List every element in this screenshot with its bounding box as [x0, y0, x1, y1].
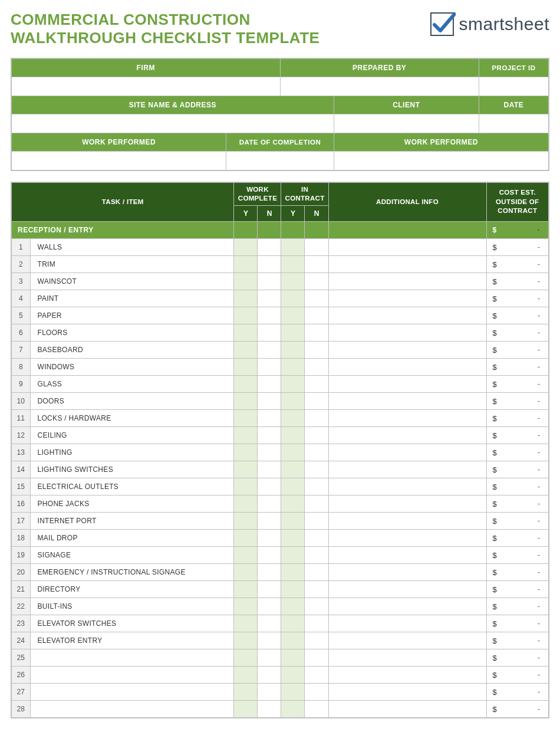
date-value[interactable] — [479, 114, 549, 133]
ic-n-cell[interactable] — [305, 255, 328, 273]
wc-y-cell[interactable] — [234, 512, 258, 529]
ic-y-cell[interactable] — [281, 461, 305, 478]
ic-y-cell[interactable] — [281, 512, 305, 529]
cost-cell[interactable]: $- — [486, 238, 549, 255]
cost-cell[interactable]: $- — [486, 512, 549, 529]
wc-y-cell[interactable] — [234, 546, 258, 563]
wc-y-cell[interactable] — [234, 580, 258, 598]
wc-y-cell[interactable] — [234, 598, 258, 615]
wc-n-cell[interactable] — [258, 273, 281, 290]
cost-cell[interactable]: $- — [486, 358, 549, 375]
ic-y-cell[interactable] — [281, 580, 305, 598]
cost-cell[interactable]: $- — [486, 273, 549, 290]
wc-n-cell[interactable] — [258, 307, 281, 324]
wc-n-cell[interactable] — [258, 238, 281, 255]
cost-cell[interactable]: $- — [486, 409, 549, 426]
wc-n-cell[interactable] — [258, 375, 281, 392]
wc-y-cell[interactable] — [234, 495, 258, 512]
ic-y-cell[interactable] — [281, 700, 305, 718]
additional-cell[interactable] — [328, 598, 486, 615]
ic-n-cell[interactable] — [305, 238, 328, 255]
cost-cell[interactable]: $- — [486, 546, 549, 563]
cost-cell[interactable]: $- — [486, 444, 549, 461]
ic-y-cell[interactable] — [281, 426, 305, 444]
wc-n-cell[interactable] — [258, 495, 281, 512]
wc-y-cell[interactable] — [234, 307, 258, 324]
wc-n-cell[interactable] — [258, 598, 281, 615]
ic-n-cell[interactable] — [305, 358, 328, 375]
ic-y-cell[interactable] — [281, 392, 305, 409]
additional-cell[interactable] — [328, 392, 486, 409]
wc-n-cell[interactable] — [258, 529, 281, 546]
wc-y-cell[interactable] — [234, 358, 258, 375]
wc-n-cell[interactable] — [258, 512, 281, 529]
wc-y-cell[interactable] — [234, 529, 258, 546]
ic-n-cell[interactable] — [305, 324, 328, 341]
wc-n-cell[interactable] — [258, 461, 281, 478]
ic-n-cell[interactable] — [305, 290, 328, 307]
cost-cell[interactable]: $- — [486, 341, 549, 358]
workperformed-r-value[interactable] — [334, 152, 549, 170]
wc-n-cell[interactable] — [258, 255, 281, 273]
cost-cell[interactable]: $- — [486, 375, 549, 392]
wc-y-cell[interactable] — [234, 700, 258, 718]
additional-cell[interactable] — [328, 409, 486, 426]
wc-n-cell[interactable] — [258, 563, 281, 580]
cost-cell[interactable]: $- — [486, 290, 549, 307]
cost-cell[interactable]: $- — [486, 324, 549, 341]
cost-cell[interactable]: $- — [486, 495, 549, 512]
wc-y-cell[interactable] — [234, 444, 258, 461]
ic-n-cell[interactable] — [305, 375, 328, 392]
ic-n-cell[interactable] — [305, 392, 328, 409]
wc-y-cell[interactable] — [234, 683, 258, 700]
wc-y-cell[interactable] — [234, 649, 258, 666]
ic-n-cell[interactable] — [305, 598, 328, 615]
wc-y-cell[interactable] — [234, 324, 258, 341]
ic-y-cell[interactable] — [281, 444, 305, 461]
cost-cell[interactable]: $- — [486, 580, 549, 598]
ic-n-cell[interactable] — [305, 426, 328, 444]
preparedby-value[interactable] — [280, 77, 479, 96]
cost-cell[interactable]: $- — [486, 307, 549, 324]
wc-n-cell[interactable] — [258, 444, 281, 461]
ic-y-cell[interactable] — [281, 649, 305, 666]
wc-n-cell[interactable] — [258, 324, 281, 341]
cost-cell[interactable]: $- — [486, 598, 549, 615]
ic-y-cell[interactable] — [281, 307, 305, 324]
additional-cell[interactable] — [328, 273, 486, 290]
ic-y-cell[interactable] — [281, 563, 305, 580]
additional-cell[interactable] — [328, 324, 486, 341]
wc-n-cell[interactable] — [258, 649, 281, 666]
additional-cell[interactable] — [328, 478, 486, 495]
wc-n-cell[interactable] — [258, 580, 281, 598]
ic-y-cell[interactable] — [281, 529, 305, 546]
ic-y-cell[interactable] — [281, 255, 305, 273]
ic-n-cell[interactable] — [305, 512, 328, 529]
wc-n-cell[interactable] — [258, 426, 281, 444]
ic-y-cell[interactable] — [281, 546, 305, 563]
wc-y-cell[interactable] — [234, 273, 258, 290]
ic-y-cell[interactable] — [281, 238, 305, 255]
additional-cell[interactable] — [328, 444, 486, 461]
ic-y-cell[interactable] — [281, 341, 305, 358]
ic-y-cell[interactable] — [281, 478, 305, 495]
ic-n-cell[interactable] — [305, 478, 328, 495]
additional-cell[interactable] — [328, 341, 486, 358]
wc-y-cell[interactable] — [234, 255, 258, 273]
additional-cell[interactable] — [328, 649, 486, 666]
wc-y-cell[interactable] — [234, 426, 258, 444]
additional-cell[interactable] — [328, 615, 486, 632]
workperformed-l-value[interactable] — [11, 152, 226, 170]
wc-y-cell[interactable] — [234, 341, 258, 358]
wc-y-cell[interactable] — [234, 478, 258, 495]
wc-n-cell[interactable] — [258, 632, 281, 649]
ic-y-cell[interactable] — [281, 495, 305, 512]
additional-cell[interactable] — [328, 461, 486, 478]
ic-n-cell[interactable] — [305, 273, 328, 290]
wc-n-cell[interactable] — [258, 683, 281, 700]
ic-y-cell[interactable] — [281, 324, 305, 341]
wc-y-cell[interactable] — [234, 615, 258, 632]
datecompletion-value[interactable] — [226, 152, 334, 170]
wc-y-cell[interactable] — [234, 461, 258, 478]
additional-cell[interactable] — [328, 238, 486, 255]
